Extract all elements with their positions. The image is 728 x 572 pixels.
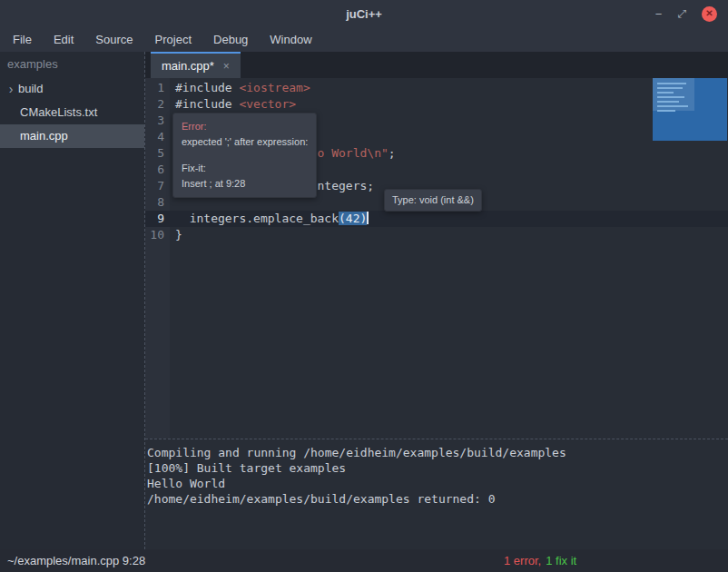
error-count: 1 error,: [504, 554, 541, 567]
chevron-right-icon[interactable]: ›: [4, 77, 18, 101]
minimap[interactable]: [653, 78, 727, 141]
terminal-line: [100%] Built target examples: [147, 460, 728, 476]
app-window: juCi++ − ⤢ ✕ File Edit Source Project De…: [0, 0, 728, 572]
cursor-location: ~/examples/main.cpp 9:28: [7, 554, 145, 567]
menu-item-window[interactable]: Window: [259, 27, 322, 52]
tree-item-build[interactable]: › build: [0, 77, 144, 101]
tab-maincpp[interactable]: main.cpp* ×: [151, 52, 241, 78]
statusbar: ~/examples/main.cpp 9:28 1 error,1 fix i…: [0, 549, 728, 572]
menu-item-edit[interactable]: Edit: [43, 27, 84, 52]
code-text: integers.emplace_back(42): [170, 211, 369, 227]
window-title: juCi++: [346, 7, 382, 21]
close-button[interactable]: ✕: [702, 6, 717, 22]
fixit-count: 1 fix it: [546, 554, 576, 567]
line-number: 1: [145, 80, 170, 96]
type-tooltip: Type: void (int &&): [384, 189, 482, 212]
minimize-button[interactable]: −: [655, 8, 663, 20]
close-icon: ✕: [705, 9, 713, 18]
code-line[interactable]: 2 #include <vector>: [145, 96, 728, 113]
diagnostic-tooltip: Error: expected ';' after expression: Fi…: [172, 113, 317, 198]
text-cursor: [367, 212, 369, 224]
window-controls: − ⤢ ✕: [655, 0, 717, 27]
error-message: expected ';' after expression:: [182, 134, 308, 150]
terminal-line: /home/eidheim/examples/build/examples re…: [147, 491, 728, 507]
bracket-match-highlight: (42): [339, 212, 367, 225]
line-number: 6: [145, 162, 170, 178]
minimap-code-marks: [653, 80, 688, 112]
tree-item-cmakelists[interactable]: CMakeLists.txt: [0, 101, 144, 124]
project-name: examples: [0, 52, 144, 77]
line-number: 3: [145, 113, 170, 129]
editor-column: main.cpp* × 1 #include <iostream> 2 #inc…: [145, 52, 728, 549]
menu-item-debug[interactable]: Debug: [202, 27, 259, 52]
file-tree-panel: examples › build CMakeLists.txt main.cpp: [0, 52, 145, 549]
menu-item-source[interactable]: Source: [84, 27, 143, 52]
tree-item-label: main.cpp: [20, 124, 68, 148]
menu-item-project[interactable]: Project: [144, 27, 202, 52]
terminal-line: Hello World: [147, 476, 728, 491]
line-number: 8: [145, 194, 170, 211]
error-title: Error:: [182, 121, 207, 132]
terminal-output[interactable]: Compiling and running /home/eidheim/exam…: [145, 439, 728, 549]
tooltip-spacer: [182, 150, 308, 161]
code-text: #include <vector>: [170, 96, 296, 113]
tree-item-maincpp[interactable]: main.cpp: [0, 124, 144, 148]
fixit-message: Insert ; at 9:28: [182, 176, 308, 192]
line-number: 10: [145, 227, 170, 243]
code-text: }: [170, 227, 182, 243]
line-number: 7: [145, 178, 170, 194]
diagnostics-summary: 1 error,1 fix it: [504, 554, 576, 567]
fixit-title: Fix-it:: [182, 161, 308, 176]
line-number: 2: [145, 96, 170, 113]
tab-label: main.cpp*: [162, 59, 214, 73]
line-number: 5: [145, 145, 170, 162]
tabbar: main.cpp* ×: [145, 52, 728, 78]
code-text: #include <iostream>: [170, 80, 310, 96]
line-number: 4: [145, 129, 170, 145]
terminal-line: Compiling and running /home/eidheim/exam…: [147, 445, 728, 460]
code-line[interactable]: 1 #include <iostream>: [145, 80, 728, 96]
code-editor[interactable]: 1 #include <iostream> 2 #include <vector…: [145, 78, 728, 439]
maximize-button[interactable]: ⤢: [677, 8, 686, 19]
code-line[interactable]: 10 }: [145, 227, 728, 243]
menu-item-file[interactable]: File: [2, 27, 43, 52]
menubar: File Edit Source Project Debug Window: [0, 27, 728, 52]
tab-close-icon[interactable]: ×: [223, 60, 230, 73]
code-line-current[interactable]: 9 integers.emplace_back(42): [145, 211, 728, 227]
tree-item-label: build: [18, 77, 43, 101]
line-number: 9: [145, 211, 170, 227]
tree-item-label: CMakeLists.txt: [20, 101, 97, 124]
titlebar[interactable]: juCi++ − ⤢ ✕: [0, 0, 728, 27]
main-area: examples › build CMakeLists.txt main.cpp…: [0, 52, 728, 549]
